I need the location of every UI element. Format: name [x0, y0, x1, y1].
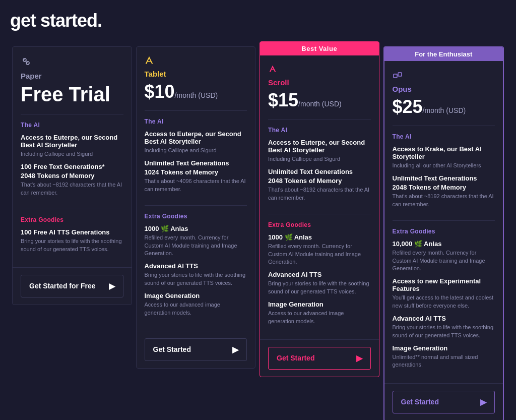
opus-ai-feature-2-title: 2048 Tokens of Memory: [393, 184, 495, 191]
opus-cta-label: Get Started: [401, 398, 439, 406]
tablet-divider-extras: [145, 205, 247, 206]
scroll-footer: Get Started ▶: [260, 339, 379, 377]
opus-price: $25/month (USD): [393, 96, 495, 117]
scroll-tier-name: Scroll: [268, 78, 371, 87]
tablet-ai-label: The AI: [145, 118, 247, 125]
page-title: get started.: [10, 10, 506, 31]
tablet-price: $10/month (USD): [145, 81, 247, 102]
tablet-extra-feature-1-title: Advanced AI TTS: [145, 262, 247, 270]
tablet-ai-feature-0-desc: Including Calliope and Sigurd: [145, 147, 247, 154]
opus-divider-ai: [393, 126, 495, 126]
opus-extra-feature-1-title: Access to new Experimental Features: [393, 277, 495, 292]
tablet-extra-feature-1-desc: Bring your stories to life with the soot…: [145, 271, 247, 287]
paper-extra-feature-0-desc: Bring your stories to life with the soot…: [21, 237, 123, 253]
paper-cta-label: Get Started for Free: [29, 282, 95, 290]
opus-divider-extras: [393, 220, 495, 221]
tablet-extra-feature-0-desc: Refilled every month. Currency for Custo…: [145, 234, 247, 257]
opus-cta-button[interactable]: Get Started ▶: [393, 391, 495, 413]
scroll-extras-label: Extra Goodies: [268, 221, 371, 228]
scroll-extra-feature-2-title: Image Generation: [268, 301, 371, 308]
plans-container: PaperFree TrialThe AIAccess to Euterpe, …: [10, 46, 506, 420]
opus-footer: Get Started ▶: [384, 383, 503, 420]
scroll-cta-arrow: ▶: [356, 353, 362, 363]
plan-card-opus: For the EnthusiastOpus$25/month (USD)The…: [383, 46, 504, 420]
paper-ai-feature-2-title: 2048 Tokens of Memory: [21, 172, 123, 179]
scroll-cta-button[interactable]: Get Started ▶: [268, 347, 371, 370]
tablet-ai-feature-0-title: Access to Euterpe, our Second Best AI St…: [145, 130, 247, 145]
opus-ai-feature-2-desc: That's about ~8192 characters that the A…: [393, 193, 495, 208]
tablet-icon: [145, 56, 247, 68]
scroll-extra-feature-2-desc: Access to our advanced image generation …: [268, 310, 371, 325]
opus-banner: For the Enthusiast: [384, 47, 503, 61]
opus-extras-label: Extra Goodies: [393, 228, 495, 235]
scroll-divider-extras: [268, 214, 371, 214]
scroll-ai-label: The AI: [268, 127, 371, 134]
svg-rect-6: [398, 73, 402, 76]
opus-ai-feature-0-title: Access to Krake, our Best AI Storyteller: [393, 145, 495, 160]
opus-extra-feature-1-desc: You'll get access to the latest and cool…: [393, 294, 495, 310]
scroll-banner: Best Value: [260, 42, 379, 55]
tablet-cta-label: Get Started: [153, 345, 191, 353]
scroll-ai-feature-2-desc: That's about ~8192 characters that the A…: [268, 186, 371, 202]
tablet-footer: Get Started ▶: [137, 331, 255, 368]
paper-price: Free Trial: [21, 83, 123, 106]
opus-extra-feature-3-title: Image Generation: [393, 344, 495, 352]
tablet-ai-feature-1-title: Unlimited Text Generations: [145, 159, 247, 167]
paper-ai-feature-0-title: Access to Euterpe, our Second Best AI St…: [21, 134, 123, 149]
scroll-divider-ai: [268, 119, 371, 119]
paper-tier-name: Paper: [21, 72, 123, 80]
opus-extra-feature-3-desc: Unlimited** normal and small sized gener…: [393, 353, 495, 369]
opus-ai-label: The AI: [393, 133, 495, 140]
paper-ai-feature-0-desc: Including Calliope and Sigurd: [21, 150, 123, 158]
paper-divider-ai: [21, 114, 123, 114]
tablet-cta-arrow: ▶: [232, 345, 238, 354]
tablet-tier-name: Tablet: [145, 70, 247, 78]
tablet-body: Tablet$10/month (USD)The AIAccess to Eut…: [137, 47, 255, 331]
paper-ai-feature-2-desc: That's about ~8192 characters that the A…: [21, 181, 123, 197]
opus-body: Opus$25/month (USD)The AIAccess to Krake…: [384, 61, 503, 383]
opus-extra-feature-2-title: Advanced AI TTS: [393, 315, 495, 322]
paper-extra-feature-0-title: 100 Free AI TTS Generations: [21, 228, 123, 236]
plan-card-tablet: Tablet$10/month (USD)The AIAccess to Eut…: [136, 46, 256, 369]
paper-ai-feature-1-title: 100 Free Text Generations*: [21, 163, 123, 170]
plan-card-paper: PaperFree TrialThe AIAccess to Euterpe, …: [12, 46, 132, 305]
opus-extra-feature-2-desc: Bring your stories to life with the soot…: [393, 324, 495, 339]
opus-extra-feature-0-desc: Refilled every month. Currency for Custo…: [393, 249, 495, 272]
scroll-ai-feature-1-title: Unlimited Text Generations: [268, 168, 371, 175]
scroll-icon: [268, 65, 371, 76]
opus-cta-arrow: ▶: [480, 397, 486, 407]
tablet-extra-feature-2-title: Image Generation: [145, 292, 247, 299]
tablet-ai-feature-2-title: 1024 Tokens of Memory: [145, 168, 247, 176]
scroll-extra-feature-0-desc: Refilled every month. Currency for Custo…: [268, 243, 371, 266]
scroll-ai-feature-0-desc: Including Calliope and Sigurd: [268, 155, 371, 163]
tablet-cta-button[interactable]: Get Started ▶: [145, 338, 247, 361]
tablet-extra-feature-2-desc: Access to our advanced image generation …: [145, 301, 247, 317]
tablet-divider-ai: [145, 110, 247, 111]
scroll-extra-feature-1-title: Advanced AI TTS: [268, 271, 371, 278]
scroll-ai-feature-0-title: Access to Euterpe, our Second Best AI St…: [268, 139, 371, 154]
opus-tier-name: Opus: [393, 85, 495, 93]
paper-cta-button[interactable]: Get Started for Free ▶: [21, 275, 123, 297]
paper-divider-extras: [21, 209, 123, 209]
opus-ai-feature-0-desc: Including all our other AI Storytellers: [393, 162, 495, 169]
scroll-extra-feature-0-title: 1000 🌿 Anlas: [268, 233, 371, 241]
opus-icon: [393, 70, 495, 83]
plan-card-scroll: Best ValueScroll$15/month (USD)The AIAcc…: [260, 41, 379, 377]
paper-body: PaperFree TrialThe AIAccess to Euterpe, …: [13, 47, 132, 267]
scroll-ai-feature-2-title: 2048 Tokens of Memory: [268, 177, 371, 185]
tablet-ai-feature-2-desc: That's about ~4096 characters that the A…: [145, 177, 247, 193]
scroll-price: $15/month (USD): [268, 90, 371, 111]
scroll-extra-feature-1-desc: Bring your stories to life with the soot…: [268, 280, 371, 295]
tablet-extra-feature-0-title: 1000 🌿 Anlas: [145, 225, 247, 232]
svg-rect-5: [394, 74, 397, 78]
paper-extras-label: Extra Goodies: [21, 216, 123, 223]
opus-ai-feature-1-title: Unlimited Text Generations: [393, 174, 495, 182]
opus-extra-feature-0-title: 10,000 🌿 Anlas: [393, 240, 495, 248]
scroll-body: Scroll$15/month (USD)The AIAccess to Eut…: [260, 55, 379, 339]
scroll-cta-label: Get Started: [277, 354, 314, 362]
paper-cta-arrow: ▶: [109, 281, 115, 291]
paper-icon: [21, 56, 123, 70]
tablet-extras-label: Extra Goodies: [145, 213, 247, 220]
paper-ai-label: The AI: [21, 122, 123, 129]
paper-footer: Get Started for Free ▶: [13, 267, 132, 305]
